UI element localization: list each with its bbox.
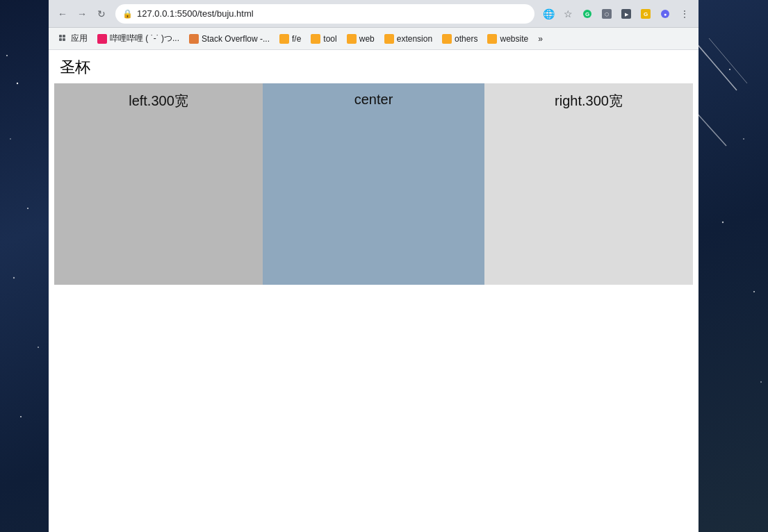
bookmark-stackoverflow-label: Stack Overflow -... xyxy=(202,34,270,44)
bookmark-extension[interactable]: extension xyxy=(380,31,436,47)
svg-point-6 xyxy=(20,416,22,417)
ext-icon-2[interactable]: ▶ xyxy=(618,6,635,22)
bookmark-tool[interactable]: tool xyxy=(307,31,341,47)
bookmark-apps-label: 应用 xyxy=(71,33,88,44)
bookmark-web-label: web xyxy=(359,34,375,44)
right-column: right.300宽 xyxy=(484,83,693,285)
back-button[interactable]: ← xyxy=(54,6,71,22)
svg-line-18 xyxy=(709,38,747,83)
bookmark-bilibili[interactable]: 哔哩哔哩 ( ˙-˙ )つ... xyxy=(93,31,183,47)
profile-icon[interactable]: ● xyxy=(657,6,673,22)
grammarly-icon[interactable]: G xyxy=(579,6,596,22)
bookmark-website[interactable]: website xyxy=(483,31,532,47)
page-content: 圣杯 left.300宽 center right.300宽 xyxy=(49,50,698,532)
svg-point-14 xyxy=(722,222,724,223)
svg-text:G: G xyxy=(644,11,648,17)
ext-icon-1[interactable]: ⬡ xyxy=(598,6,615,22)
center-column-label: center xyxy=(354,92,393,108)
bookmark-extension-label: extension xyxy=(397,34,432,44)
svg-point-12 xyxy=(729,69,730,70)
bookmarks-bar: 应用 哔哩哔哩 ( ˙-˙ )つ... Stack Overflow -... … xyxy=(49,28,698,50)
svg-point-0 xyxy=(6,55,8,56)
bookmark-tool-label: tool xyxy=(323,34,336,44)
web-icon xyxy=(347,34,357,44)
svg-point-4 xyxy=(13,277,15,279)
lock-icon: 🔒 xyxy=(122,9,133,19)
page-title: 圣杯 xyxy=(49,50,698,83)
svg-point-13 xyxy=(743,138,744,140)
menu-icon[interactable]: ⋮ xyxy=(676,6,693,22)
stackoverflow-icon xyxy=(189,34,199,44)
bookmark-others-label: others xyxy=(455,34,477,44)
bookmark-website-label: website xyxy=(500,34,528,44)
svg-rect-32 xyxy=(63,35,65,38)
right-column-label: right.300宽 xyxy=(555,92,623,110)
bookmark-more[interactable]: » xyxy=(534,31,547,47)
bookmark-stackoverflow[interactable]: Stack Overflow -... xyxy=(185,31,274,47)
more-icon: » xyxy=(538,34,543,44)
bookmark-fe[interactable]: f/e xyxy=(275,31,305,47)
left-column-label: left.300宽 xyxy=(129,92,188,110)
svg-rect-33 xyxy=(59,38,62,41)
website-icon xyxy=(487,34,497,44)
bookmark-bilibili-label: 哔哩哔哩 ( ˙-˙ )つ... xyxy=(110,33,179,44)
svg-point-16 xyxy=(760,381,762,383)
bookmark-web[interactable]: web xyxy=(343,31,379,47)
extension-icon xyxy=(384,34,394,44)
address-bar[interactable]: 🔒 127.0.0.1:5500/test/buju.html xyxy=(115,4,534,24)
forward-button[interactable]: → xyxy=(74,6,90,22)
svg-text:●: ● xyxy=(664,12,667,17)
svg-point-3 xyxy=(27,208,28,209)
svg-text:G: G xyxy=(585,11,589,17)
bilibili-icon xyxy=(97,34,107,44)
translate-icon[interactable]: 🌐 xyxy=(540,6,557,22)
svg-point-5 xyxy=(38,347,39,348)
svg-line-19 xyxy=(695,111,726,146)
svg-rect-31 xyxy=(59,35,62,38)
holy-grail-layout: left.300宽 center right.300宽 xyxy=(54,83,693,285)
ext-icon-3[interactable]: G xyxy=(637,6,654,22)
browser-topbar: ← → ↻ 🔒 127.0.0.1:5500/test/buju.html 🌐 … xyxy=(49,0,698,28)
browser-icons: 🌐 ☆ G ⬡ ▶ G ● ⋮ xyxy=(540,6,693,22)
svg-point-2 xyxy=(10,138,11,140)
bookmark-fe-label: f/e xyxy=(292,34,301,44)
svg-text:⬡: ⬡ xyxy=(605,12,609,17)
svg-line-17 xyxy=(695,42,737,90)
apps-icon xyxy=(58,34,68,44)
left-column: left.300宽 xyxy=(54,83,263,285)
center-column: center xyxy=(263,83,484,285)
reload-button[interactable]: ↻ xyxy=(93,6,110,22)
fe-icon xyxy=(279,34,289,44)
url-text: 127.0.0.1:5500/test/buju.html xyxy=(137,8,254,19)
svg-point-15 xyxy=(753,291,755,292)
others-icon xyxy=(442,34,452,44)
star-icon[interactable]: ☆ xyxy=(559,6,576,22)
bookmark-apps[interactable]: 应用 xyxy=(54,31,92,47)
svg-rect-34 xyxy=(63,38,65,41)
tool-icon xyxy=(311,34,320,44)
bookmark-others[interactable]: others xyxy=(438,31,482,47)
svg-point-1 xyxy=(17,83,18,84)
browser-window: ← → ↻ 🔒 127.0.0.1:5500/test/buju.html 🌐 … xyxy=(49,0,698,532)
